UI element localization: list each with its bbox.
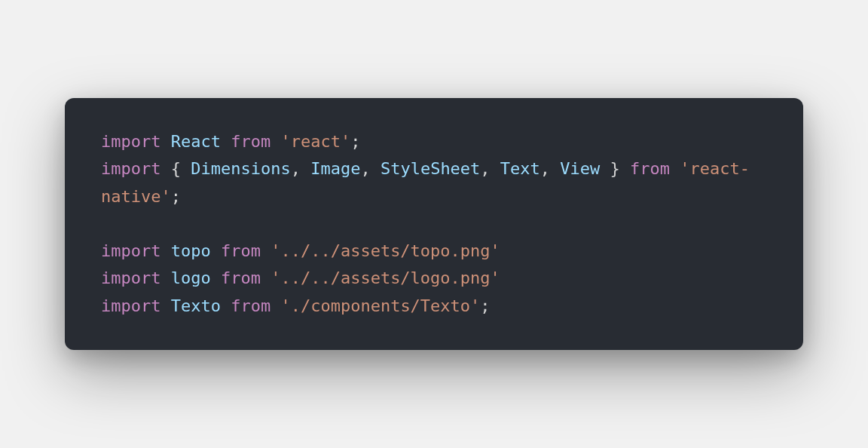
code-token: Text [500,159,540,178]
code-token: './components/Texto' [280,296,480,315]
code-token: 'react' [280,132,350,151]
code-token: , [291,159,311,178]
code-token: from [211,268,270,287]
code-token: React [171,132,221,151]
code-token: StyleSheet [381,159,480,178]
code-token: Dimensions [191,159,290,178]
code-token: logo [171,268,211,287]
code-line [101,210,767,238]
code-token: Texto [171,296,221,315]
code-token: , [480,159,500,178]
code-token: from [221,132,280,151]
code-token: topo [171,241,211,260]
code-token: import [101,132,171,151]
code-token: import [101,241,171,260]
code-token: import [101,159,171,178]
code-token: Image [310,159,360,178]
code-line: import topo from '../../assets/topo.png' [101,238,767,265]
code-token: from [620,159,680,178]
code-line: import React from 'react'; [101,128,767,155]
code-token: '../../assets/logo.png' [270,268,500,287]
code-token: , [360,159,381,178]
code-snippet-card: import React from 'react';import { Dimen… [65,98,803,350]
code-token: } [600,159,620,178]
code-line: import Texto from './components/Texto'; [101,293,767,320]
code-token: '../../assets/topo.png' [270,241,500,260]
code-line: import { Dimensions, Image, StyleSheet, … [101,155,767,210]
code-token: from [221,296,280,315]
code-token: import [101,296,171,315]
code-token: View [560,159,600,178]
code-line: import logo from '../../assets/logo.png' [101,265,767,292]
code-token: from [211,241,270,260]
code-token: , [540,159,561,178]
code-token: ; [171,187,181,206]
code-token: ; [350,132,360,151]
code-block: import React from 'react';import { Dimen… [101,128,767,320]
code-token: ; [480,296,490,315]
code-token: { [171,159,191,178]
code-token: import [101,268,171,287]
